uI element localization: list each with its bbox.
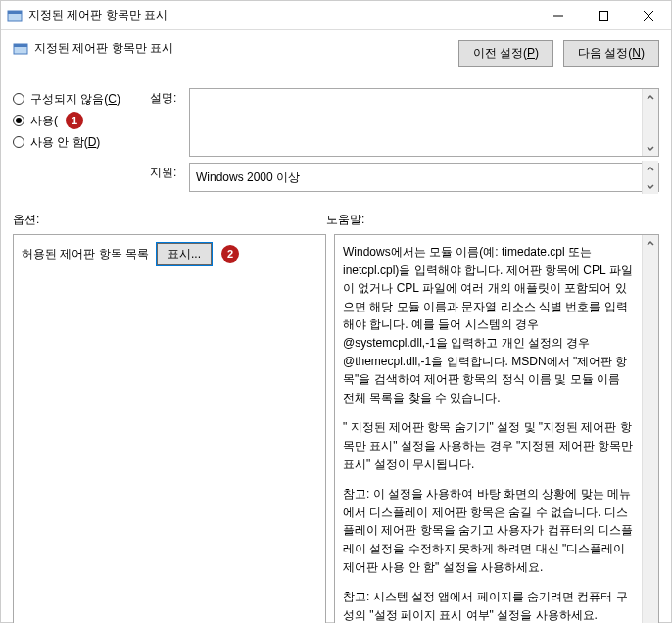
radio-not-configured[interactable]: 구성되지 않음(C) [13, 88, 140, 110]
description-text [190, 89, 642, 156]
titlebar: 지정된 제어판 항목만 표시 [1, 1, 671, 30]
description-field[interactable] [189, 88, 659, 157]
header-nav: 이전 설정(P) 다음 설정(N) [458, 40, 659, 67]
support-label: 지원: [150, 163, 181, 192]
description-row: 설명: [150, 88, 659, 157]
next-setting-button[interactable]: 다음 설정(N) [563, 40, 659, 67]
scroll-track[interactable] [643, 252, 658, 623]
svg-rect-2 [600, 11, 608, 20]
scroll-track[interactable] [643, 106, 658, 139]
svg-rect-1 [8, 11, 22, 14]
minimize-button[interactable] [536, 1, 581, 30]
scroll-up-icon[interactable] [643, 235, 658, 252]
radio-icon [13, 136, 24, 148]
scroll-down-icon[interactable] [643, 177, 658, 194]
policy-title: 지정된 제어판 항목만 표시 [34, 40, 173, 57]
show-list-button[interactable]: 표시... [157, 243, 212, 265]
prev-setting-button[interactable]: 이전 설정(P) [458, 40, 553, 67]
description-label: 설명: [150, 88, 181, 157]
help-paragraph: 참고: 이 설정을 사용하여 바탕 화면의 상황에 맞는 메뉴에서 디스플레이 … [343, 485, 634, 576]
header-row: 지정된 제어판 항목만 표시 이전 설정(P) 다음 설정(N) [13, 40, 659, 67]
allowed-items-row: 허용된 제어판 항목 목록 표시... 2 [22, 243, 317, 265]
radio-label: 사용 안 함(D) [30, 131, 100, 153]
support-field: Windows 2000 이상 [189, 163, 659, 192]
scroll-down-icon[interactable] [643, 139, 658, 156]
scroll-up-icon[interactable] [643, 89, 658, 106]
scrollbar[interactable] [642, 89, 658, 156]
dialog-content: 지정된 제어판 항목만 표시 이전 설정(P) 다음 설정(N) 구성되지 않음… [1, 30, 671, 623]
scroll-up-icon[interactable] [643, 161, 658, 177]
help-pane: Windows에서는 모듈 이름(예: timedate.cpl 또는 inet… [334, 234, 659, 623]
svg-rect-4 [14, 44, 27, 47]
panes-label-row: 옵션: 도움말: [13, 212, 659, 228]
radio-icon-checked [13, 115, 24, 126]
close-button[interactable] [626, 1, 671, 30]
options-body: 허용된 제어판 항목 목록 표시... 2 [14, 235, 325, 623]
radio-group: 구성되지 않음(C) 사용( 1 사용 안 함(D) [13, 88, 140, 153]
header-left: 지정된 제어판 항목만 표시 [13, 40, 173, 57]
radio-icon [13, 93, 24, 105]
help-paragraph: Windows에서는 모듈 이름(예: timedate.cpl 또는 inet… [343, 243, 634, 407]
allowed-items-label: 허용된 제어판 항목 목록 [22, 245, 149, 264]
annotation-badge-2: 2 [221, 245, 239, 263]
panes-row: 허용된 제어판 항목 목록 표시... 2 Windows에서는 모듈 이름(예… [13, 234, 659, 623]
help-body: Windows에서는 모듈 이름(예: timedate.cpl 또는 inet… [335, 235, 642, 623]
help-label: 도움말: [326, 212, 364, 228]
maximize-button[interactable] [581, 1, 626, 30]
info-column: 설명: 지원: Windows 2000 이상 [150, 88, 659, 192]
help-paragraph: 참고: 시스템 설정 앱에서 페이지를 숨기려면 컴퓨터 구성의 "설정 페이지… [343, 588, 634, 623]
dialog-window: 지정된 제어판 항목만 표시 지정된 제어판 항목만 표시 이전 설정(P) 다… [0, 0, 672, 623]
annotation-badge-1: 1 [66, 112, 83, 129]
radio-disabled[interactable]: 사용 안 함(D) [13, 131, 140, 153]
window-title: 지정된 제어판 항목만 표시 [28, 7, 536, 24]
options-pane: 허용된 제어판 항목 목록 표시... 2 [13, 234, 326, 623]
radio-label: 사용( [30, 110, 58, 131]
app-icon [7, 8, 23, 24]
scrollbar[interactable] [642, 161, 658, 194]
scrollbar[interactable] [642, 235, 658, 623]
support-row: 지원: Windows 2000 이상 [150, 163, 659, 192]
policy-icon [13, 41, 28, 57]
radio-label: 구성되지 않음(C) [30, 88, 120, 110]
radio-enabled[interactable]: 사용( 1 [13, 110, 140, 131]
help-paragraph: " 지정된 제어판 항목 숨기기" 설정 및 "지정된 제어판 항목만 표시" … [343, 418, 634, 473]
options-label: 옵션: [13, 212, 326, 228]
support-text: Windows 2000 이상 [190, 168, 642, 188]
config-row: 구성되지 않음(C) 사용( 1 사용 안 함(D) 설명: [13, 88, 659, 192]
